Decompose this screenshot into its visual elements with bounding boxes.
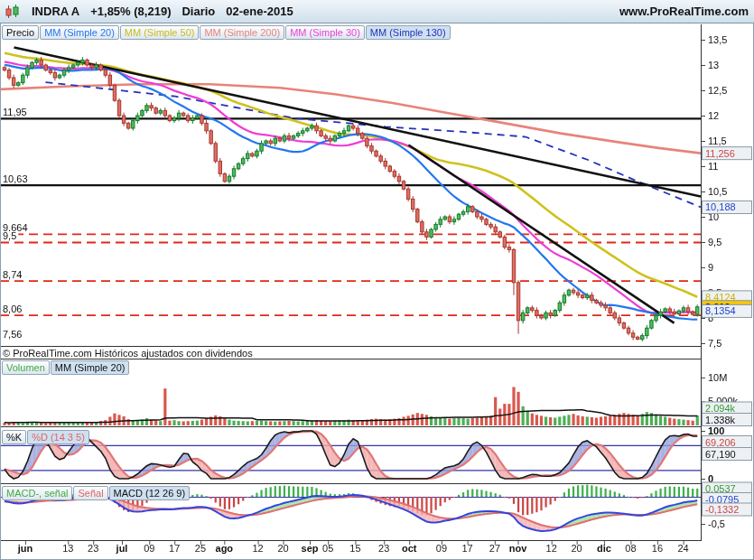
time-axis-label: oct	[402, 543, 417, 554]
time-axis-label: jul	[116, 543, 128, 554]
legend-price-item-0[interactable]: Precio	[2, 25, 39, 40]
legend-price-item-3[interactable]: MM (Simple 200)	[200, 25, 284, 40]
instrument-name: INDRA A	[32, 5, 79, 18]
time-axis-label: 17	[169, 543, 180, 554]
time-axis: jun1323jul091725ago1220sep051523oct09172…	[0, 543, 701, 559]
time-axis-label: 08	[625, 543, 636, 554]
time-axis-label: 15	[349, 543, 360, 554]
timeframe-label: Diario	[182, 5, 215, 18]
time-axis-label: 23	[378, 543, 389, 554]
time-axis-label: dic	[597, 543, 611, 554]
volume-pane-legend: VolumenMM (Simple 20)	[2, 360, 130, 375]
legend-macd-item-0[interactable]: MACD-, señal	[2, 486, 72, 500]
time-axis-label: jun	[18, 543, 33, 554]
time-axis-label: nov	[509, 543, 527, 554]
site-watermark: www.ProRealTime.com	[619, 5, 749, 18]
legend-price-item-4[interactable]: MM (Simple 30)	[285, 25, 365, 40]
time-axis-label: 09	[436, 543, 447, 554]
price-change: +1,85% (8,219)	[90, 5, 171, 18]
legend-macd-item-2[interactable]: MACD (12 26 9)	[109, 486, 190, 500]
legend-macd-item-1[interactable]: Señal	[73, 486, 107, 500]
quote-date: 02-ene-2015	[226, 5, 293, 18]
prorealtime-window: INDRA A +1,85% (8,219) Diario 02-ene-201…	[0, 0, 754, 560]
time-axis-label: 20	[571, 543, 582, 554]
legend-stochastic-item-0[interactable]: %K	[2, 430, 26, 444]
time-axis-label: 17	[461, 543, 472, 554]
time-axis-label: 24	[677, 543, 688, 554]
stochastic-pane-legend: %K%D (14 3 5)	[2, 430, 90, 444]
time-axis-label: 09	[144, 543, 154, 554]
time-axis-label: 12	[252, 543, 263, 554]
time-axis-label: 23	[88, 543, 98, 554]
copyright-note: © ProRealTime.com Históricos ajustados c…	[3, 348, 253, 359]
time-axis-label: ago	[216, 543, 234, 554]
time-axis-label: 27	[489, 543, 500, 554]
time-axis-label: sep	[302, 543, 319, 554]
time-axis-label: 13	[62, 543, 73, 554]
macd-pane-legend: MACD-, señalSeñalMACD (12 26 9)	[2, 486, 191, 500]
legend-volume-item-0[interactable]: Volumen	[2, 360, 50, 375]
chart-canvas[interactable]	[0, 0, 754, 560]
price-pane-legend: PrecioMM (Simple 20)MM (Simple 50)MM (Si…	[2, 25, 451, 40]
legend-price-item-1[interactable]: MM (Simple 20)	[40, 25, 119, 40]
time-axis-label: 20	[277, 543, 288, 554]
time-axis-label: 16	[652, 543, 663, 554]
time-axis-label: 05	[322, 543, 333, 554]
legend-volume-item-1[interactable]: MM (Simple 20)	[51, 360, 130, 375]
legend-price-item-5[interactable]: MM (Simple 130)	[366, 25, 451, 40]
legend-stochastic-item-1[interactable]: %D (14 3 5)	[27, 430, 89, 444]
legend-price-item-2[interactable]: MM (Simple 50)	[120, 25, 200, 40]
title-bar: INDRA A +1,85% (8,219) Diario 02-ene-201…	[0, 0, 754, 23]
time-axis-label: 25	[195, 543, 206, 554]
time-axis-label: 12	[546, 543, 557, 554]
candlestick-icon	[5, 5, 21, 19]
